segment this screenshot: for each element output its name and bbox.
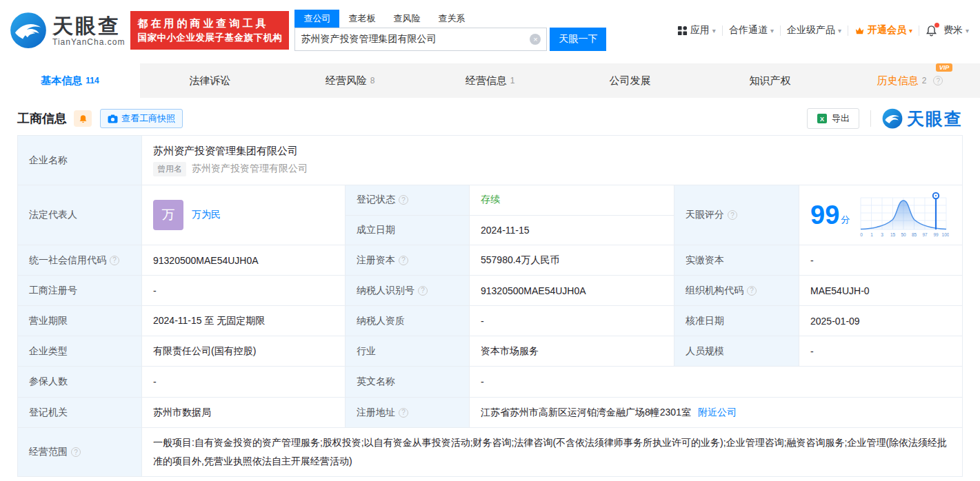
nav-enterprise-label: 企业级产品: [787, 24, 835, 37]
search-input[interactable]: [301, 34, 530, 45]
search-tab-relation[interactable]: 查关系: [429, 10, 474, 28]
table-subrow: 成立日期 2024-11-15: [346, 216, 674, 245]
help-icon[interactable]: ?: [399, 195, 408, 205]
score-column: 天眼评分? 99 分: [674, 185, 962, 245]
nav-partner-channel[interactable]: 合作通道▾: [729, 24, 774, 37]
field-value: 有限责任公司(国有控股): [142, 336, 346, 366]
header: 天眼查 TianYanCha.com 都在用的商业查询工具 国家中小企业发展子基…: [0, 0, 980, 61]
tab-history-info[interactable]: VIP 历史信息 2 ?: [840, 63, 980, 98]
field-label: 参保人数: [18, 367, 142, 397]
former-name: 苏州资产投资管理有限公司: [192, 163, 308, 175]
nearby-companies-link[interactable]: 附近公司: [698, 407, 737, 419]
help-icon[interactable]: ?: [399, 408, 408, 418]
svg-text:97: 97: [923, 232, 928, 237]
help-icon[interactable]: ?: [747, 286, 757, 296]
registration-status-cell: 存续: [470, 185, 674, 215]
field-label: 注册资本?: [346, 245, 470, 275]
notification-dot: [934, 23, 939, 28]
chevron-down-icon: ▾: [966, 27, 969, 34]
crown-icon: [854, 25, 865, 36]
table-row: 统一社会信用代码? 91320500MAE54UJH0A 注册资本? 55798…: [18, 245, 962, 276]
establish-date-cell: 2024-11-15: [470, 216, 674, 245]
search-row: × 天眼一下: [294, 28, 606, 51]
help-icon[interactable]: ?: [728, 210, 737, 220]
divider: [870, 110, 871, 127]
search-tab-risk[interactable]: 查风险: [384, 10, 429, 28]
field-label: 行业: [346, 336, 470, 366]
field-label: 实缴资本: [674, 245, 799, 275]
field-label: 企业名称: [18, 136, 142, 185]
tab-label: 经营风险: [326, 74, 367, 88]
nav-apps-label: 应用: [690, 24, 710, 37]
field-value: 557980.4万人民币: [470, 245, 674, 275]
nav-user[interactable]: 费米▾: [943, 24, 969, 37]
former-name-row: 曾用名 苏州资产投资管理有限公司: [153, 162, 308, 176]
field-label: 组织机构代码?: [674, 276, 799, 305]
camera-icon: [108, 114, 118, 123]
divider: [722, 25, 723, 36]
nav-user-label: 费米: [943, 24, 963, 37]
tab-company-development[interactable]: 公司发展: [560, 63, 700, 98]
table-row: 企业类型 有限责任公司(国有控股) 行业 资本市场服务 人员规模 -: [18, 336, 962, 367]
help-icon[interactable]: ?: [418, 286, 428, 296]
table-subrow: 登记状态? 存续: [346, 185, 674, 216]
tab-label: 基本信息: [41, 74, 82, 88]
svg-text:0: 0: [860, 232, 863, 237]
svg-text:100: 100: [942, 232, 949, 237]
promo-line1: 都在用的商业查询工具: [137, 15, 282, 31]
divider: [780, 25, 781, 36]
tab-intellectual-property[interactable]: 知识产权: [700, 63, 840, 98]
tianyancha-logo[interactable]: 天眼查 TianYanCha.com: [10, 12, 125, 49]
help-icon[interactable]: ?: [110, 256, 119, 265]
legal-rep-link[interactable]: 万为民: [192, 209, 221, 221]
clear-icon[interactable]: ×: [530, 34, 541, 45]
divider: [919, 25, 919, 36]
search-button[interactable]: 天眼一下: [550, 28, 606, 51]
field-value: 资本市场服务: [470, 336, 674, 366]
search-tab-boss[interactable]: 查老板: [339, 10, 384, 28]
tab-legal-proceedings[interactable]: 法律诉讼: [140, 63, 280, 98]
score-cell: 99 分: [799, 185, 962, 245]
table-row: 工商注册号 - 纳税人识别号? 91320500MAE54UJH0A 组织机构代…: [18, 276, 962, 306]
section-title: 工商信息: [17, 110, 67, 127]
apps-grid-icon: [677, 25, 688, 36]
field-label: 企业类型: [18, 336, 142, 366]
field-value: 苏州市数据局: [142, 398, 346, 427]
business-scope-cell: 一般项目:自有资金投资的资产管理服务;股权投资;以自有资金从事投资活动;财务咨询…: [142, 428, 962, 476]
avatar[interactable]: 万: [153, 200, 183, 230]
company-name-cell: 苏州资产投资管理集团有限公司 曾用名 苏州资产投资管理有限公司: [142, 136, 962, 185]
field-label: 纳税人识别号?: [346, 276, 470, 305]
tab-operation-info[interactable]: 经营信息 1: [420, 63, 560, 98]
export-button[interactable]: X 导出: [807, 108, 859, 129]
svg-text:1: 1: [870, 232, 873, 237]
field-value: -: [799, 336, 962, 366]
tab-basic-info[interactable]: 基本信息 114: [0, 63, 140, 98]
nav-enterprise-products[interactable]: 企业级产品▾: [787, 24, 841, 37]
help-icon[interactable]: ?: [71, 447, 81, 457]
view-snapshot-button[interactable]: 查看工商快照: [100, 109, 183, 128]
page: 天眼查 TianYanCha.com 都在用的商业查询工具 国家中小企业发展子基…: [0, 0, 980, 481]
search-tab-company[interactable]: 查公司: [294, 10, 339, 28]
nav-open-vip[interactable]: 开通会员▾: [854, 24, 912, 37]
help-icon[interactable]: ?: [933, 76, 943, 85]
field-label: 统一社会信用代码?: [18, 245, 142, 275]
logo-subtitle: TianYanCha.com: [52, 37, 125, 47]
table-row: 登记机关 苏州市数据局 注册地址? 江苏省苏州市高新区运河铂湾金融广场8幢230…: [18, 398, 962, 428]
tab-operation-risk[interactable]: 经营风险 8: [280, 63, 420, 98]
notification-bell[interactable]: [926, 25, 937, 37]
chevron-down-icon: ▾: [712, 27, 716, 34]
subscribe-bell-button[interactable]: [74, 110, 92, 127]
score-value: 99: [810, 202, 839, 228]
field-value: 2025-01-09: [799, 306, 962, 336]
svg-text:85: 85: [912, 232, 917, 237]
field-value: 91320500MAE54UJH0A: [470, 276, 674, 305]
field-label: 核准日期: [674, 306, 799, 336]
excel-icon: X: [817, 113, 828, 124]
main-tab-bar: 基本信息 114 法律诉讼 经营风险 8 经营信息 1 公司发展 知识产权 VI…: [0, 63, 980, 98]
score-unit: 分: [841, 214, 850, 226]
nav-apps[interactable]: 应用▾: [677, 24, 716, 37]
bell-icon: [79, 114, 88, 123]
help-icon[interactable]: ?: [399, 256, 408, 265]
field-value: MAE54UJH-0: [799, 276, 962, 305]
logo-swirl-icon: [882, 108, 903, 129]
